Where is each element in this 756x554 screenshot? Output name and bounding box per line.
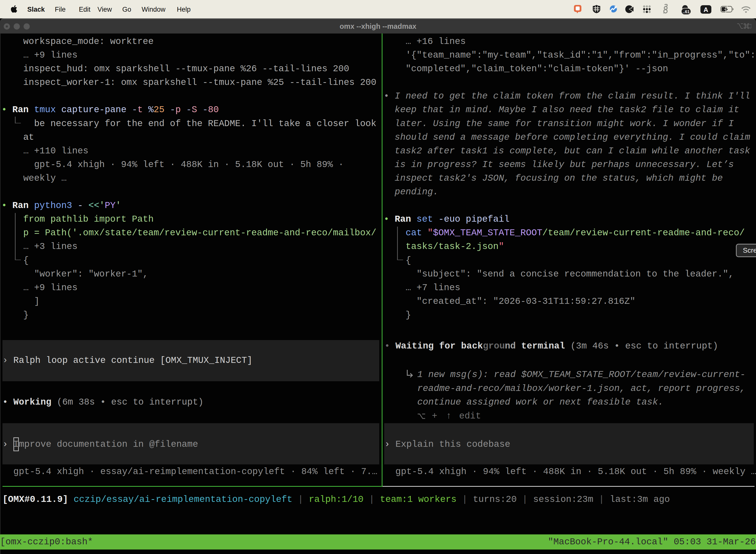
- svg-text:1: 1: [750, 23, 752, 29]
- svg-text:..61: ..61: [683, 9, 690, 14]
- svg-text:A: A: [704, 6, 708, 13]
